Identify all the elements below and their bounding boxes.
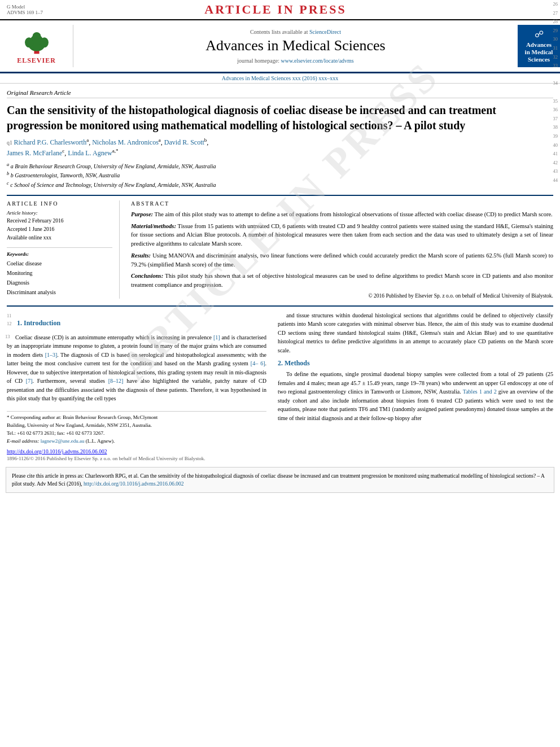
body-right: and tissue structures within duodenal hi… — [278, 311, 553, 461]
keywords-section: Keywords: Coeliac disease Monitoring Dia… — [7, 251, 112, 297]
page: G Model ADVMS 169 1–7 ARTICLE IN PRESS E… — [0, 0, 560, 747]
ref-1-3-link[interactable]: [1–3] — [45, 352, 58, 358]
intro-continuation: and tissue structures within duodenal hi… — [278, 311, 553, 355]
available-date: Available online xxx — [7, 234, 112, 242]
article-info-heading: ARTICLE INFO — [7, 200, 112, 207]
received-date: Received 2 February 2016 — [7, 217, 112, 225]
author-scott: David R. Scott — [164, 138, 204, 146]
affiliation-b: b b Gastroenterologist, Tamworth, NSW, A… — [7, 171, 553, 180]
elsevier-tree-icon — [17, 27, 56, 55]
article-info-col: ARTICLE INFO Article history: Received 2… — [7, 200, 120, 299]
abstract-heading: ABSTRACT — [131, 200, 553, 207]
author-mcfarlane: James R. McFarlane — [7, 149, 62, 157]
footnote-1: * Corresponding author at: Brain Behavio… — [7, 414, 266, 422]
results-label: Results: — [131, 252, 151, 259]
intro-para-text: 13 Coeliac disease (CD) is an autoimmune… — [7, 333, 266, 403]
contents-line: Contents lists available at ScienceDirec… — [250, 29, 341, 35]
purpose-label: Purpose: — [131, 211, 153, 217]
author-charlesworth: Richard P.G. Charlesworth — [14, 138, 87, 146]
footnote-email: E-mail address: lagnew2@une.edu.au (L.L.… — [7, 438, 266, 445]
keyword-1: Coeliac disease — [7, 259, 112, 268]
authors-line: 6 q1 Richard P.G. Charleswortha, Nichola… — [7, 137, 553, 158]
journal-homepage-link[interactable]: www.elsevier.com/locate/advms — [281, 58, 353, 64]
footnote-3: Tel.: +61 02 6773 2631; fax: +61 02 6773… — [7, 430, 266, 438]
article-title: Can the sensitivity of the histopatholog… — [7, 103, 553, 133]
methods-section: 2. Methods To define the equations, sing… — [278, 359, 553, 422]
intro-section-title: 1. Introduction — [17, 319, 60, 327]
journal-center: Contents lists available at ScienceDirec… — [73, 25, 518, 67]
abstract-copyright: © 2016 Published by Elsevier Sp. z o.o. … — [131, 293, 553, 299]
accepted-date: Accepted 1 June 2016 — [7, 225, 112, 234]
tables-link[interactable]: Tables 1 and 2 — [463, 388, 497, 395]
article-history: Article history: Received 2 February 201… — [7, 210, 112, 243]
footnote-2: Building, University of New England, Arm… — [7, 422, 266, 430]
methods-heading: 2. Methods — [278, 359, 553, 368]
intro-continuation-text: and tissue structures within duodenal hi… — [278, 311, 553, 355]
ref-8-12-link[interactable]: [8–12] — [108, 378, 124, 384]
elsevier-brand-text: ELSEVIER — [17, 56, 56, 65]
article-in-press-title: ARTICLE IN PRESS — [43, 2, 508, 17]
article-title-wrapper: Can the sensitivity of the histopatholog… — [7, 103, 553, 133]
body-left: 11 12 1. Introduction 13 Coeliac disease… — [7, 311, 266, 461]
ref-7-link[interactable]: [7] — [26, 378, 33, 384]
materials-label: Material/methods: — [131, 223, 176, 229]
abstract-purpose: Purpose: The aim of this pilot study was… — [131, 210, 553, 219]
history-label: Article history: — [7, 210, 112, 216]
abstract-conclusions: Conclusions: This pilot study has shown … — [131, 272, 553, 290]
gmodel-info: G Model ADVMS 169 1–7 — [7, 4, 43, 15]
article-info-abstract: ARTICLE INFO Article history: Received 2… — [7, 195, 553, 299]
abstract-materials: Material/methods: Tissue from 15 patient… — [131, 222, 553, 248]
advms-text: ADVMS 169 1–7 — [7, 10, 43, 15]
article-type: Original Research Article — [7, 89, 553, 98]
results-text: Using MANOVA and discriminant analysis, … — [131, 252, 553, 268]
keywords-title: Keywords: — [7, 251, 112, 257]
svg-point-5 — [40, 37, 49, 47]
article-type-row: 2 Original Research Article — [7, 89, 553, 98]
journal-name: Advances in Medical Sciences — [205, 37, 385, 54]
elsevier-logo: ELSEVIER — [0, 25, 73, 67]
journal-badge: ☍ Advancesin MedicalSciences — [518, 25, 560, 67]
author-andronicos: Nicholas M. Andronicos — [92, 138, 159, 146]
affiliation-a: a a Brain Behaviour Research Group, Univ… — [7, 161, 553, 171]
intro-heading-row: 12 1. Introduction — [7, 319, 266, 330]
badge-icon: ☍ — [535, 29, 544, 40]
sciencedirect-link[interactable]: ScienceDirect — [309, 29, 341, 35]
materials-text: Tissue from 15 patients with untreated C… — [131, 223, 553, 247]
abstract-col: ABSTRACT Purpose: The aim of this pilot … — [131, 200, 553, 299]
ref-1-link[interactable]: [1] — [213, 334, 220, 340]
purpose-text: The aim of this pilot study was to attem… — [155, 211, 553, 217]
doi-line: http://dx.doi.org/10.1016/j.advms.2016.0… — [7, 449, 266, 455]
article-content: 2 Original Research Article Can the sens… — [0, 89, 560, 461]
ref-4-6-link[interactable]: [4– 6] — [251, 360, 265, 366]
keyword-3: Diagnosis — [7, 278, 112, 287]
affiliations: a a Brain Behaviour Research Group, Univ… — [7, 161, 553, 189]
issn-line: 1896-1126/© 2016 Published by Elsevier S… — [7, 456, 266, 461]
gmodel-text: G Model — [7, 4, 43, 10]
citation-box: Please cite this article in press as: Ch… — [6, 467, 554, 493]
journal-header: ELSEVIER Contents lists available at Sci… — [0, 20, 560, 73]
intro-para: 13 Coeliac disease (CD) is an autoimmune… — [7, 333, 266, 403]
article-header-bar: G Model ADVMS 169 1–7 ARTICLE IN PRESS — [0, 0, 560, 20]
affiliation-c: c c School of Science and Technology, Un… — [7, 180, 553, 189]
journal-link-line: Advances in Medical Sciences xxx (2016) … — [0, 73, 560, 84]
line-11-spacer: 11 — [7, 311, 266, 319]
svg-point-3 — [32, 32, 41, 40]
author-agnew: Linda L. Agnew — [68, 149, 112, 157]
badge-journal-title: Advancesin MedicalSciences — [525, 41, 553, 64]
divider — [7, 247, 112, 248]
keyword-4: Discriminant analysis — [7, 287, 112, 297]
keyword-2: Monitoring — [7, 268, 112, 278]
svg-point-4 — [25, 37, 33, 47]
doi-link[interactable]: http://dx.doi.org/10.1016/j.advms.2016.0… — [7, 449, 107, 455]
main-body: 11 12 1. Introduction 13 Coeliac disease… — [7, 305, 553, 461]
article-footer: * Corresponding author at: Brain Behavio… — [7, 411, 266, 445]
conclusions-text: This pilot study has shown that a set of… — [131, 273, 553, 288]
email-link[interactable]: lagnew2@une.edu.au — [41, 438, 85, 444]
conclusions-label: Conclusions: — [131, 273, 163, 279]
abstract-results: Results: Using MANOVA and discriminant a… — [131, 251, 553, 269]
journal-homepage: journal homepage: www.elsevier.com/locat… — [237, 58, 354, 64]
citation-doi-link[interactable]: http://dx.doi.org/10.1016/j.advms.2016.0… — [84, 481, 183, 487]
methods-para: To define the equations, single proximal… — [278, 370, 553, 422]
